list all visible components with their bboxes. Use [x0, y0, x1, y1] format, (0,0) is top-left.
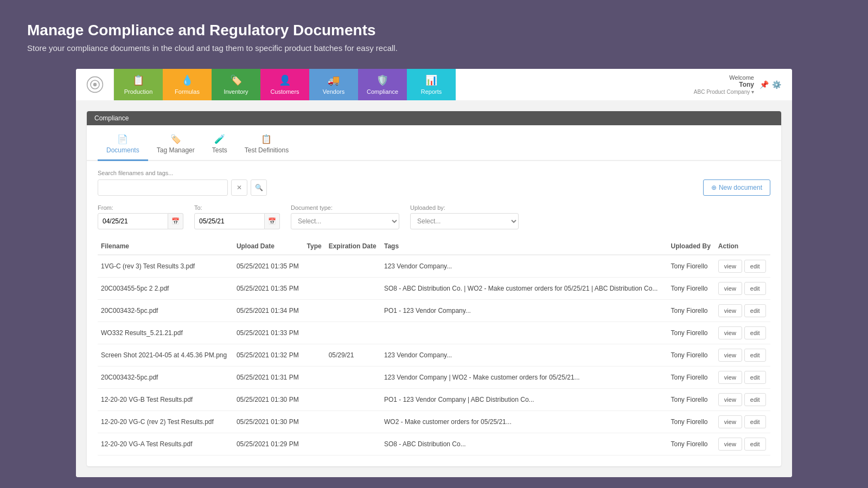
view-button[interactable]: view: [718, 438, 742, 451]
edit-button[interactable]: edit: [744, 415, 766, 428]
cell-tags: 123 Vendor Company | WO2 - Make customer…: [381, 367, 668, 389]
tab-tag-manager-icon: 🏷️: [170, 134, 181, 144]
tab-documents[interactable]: 📄 Documents: [98, 131, 148, 161]
to-input-wrap: 📅: [194, 213, 280, 229]
to-calendar-button[interactable]: 📅: [265, 213, 280, 229]
search-label: Search filenames and tags...: [98, 170, 770, 176]
edit-button[interactable]: edit: [744, 304, 766, 317]
table-row: 20C003432-5pc.pdf 05/25/2021 01:34 PM PO…: [98, 300, 770, 322]
cell-tags: SO8 - ABC Distribution Co...: [381, 433, 668, 455]
nav-item-vendors[interactable]: 🚚 Vendors: [309, 69, 358, 100]
nav-item-customers[interactable]: 👤 Customers: [260, 69, 309, 100]
new-doc-label: New document: [719, 184, 762, 191]
cell-uploaded-by: Tony Fiorello: [668, 300, 715, 322]
from-calendar-button[interactable]: 📅: [168, 213, 183, 229]
edit-button[interactable]: edit: [744, 438, 766, 451]
filter-row: From: 📅 To: 📅 Docume: [98, 204, 770, 229]
cell-expiration-date: [326, 278, 381, 300]
edit-button[interactable]: edit: [744, 349, 766, 362]
search-button[interactable]: 🔍: [251, 179, 267, 196]
cell-action: view edit: [715, 411, 770, 433]
view-button[interactable]: view: [718, 260, 742, 273]
search-row: ✕ 🔍 ⊕ New document: [98, 179, 770, 196]
nav-item-compliance[interactable]: 🛡️ Compliance: [358, 69, 407, 100]
cell-filename: 12-20-20 VG-B Test Results.pdf: [98, 389, 233, 411]
cell-filename: 20C003455-5pc 2 2.pdf: [98, 278, 233, 300]
nav-label-compliance: Compliance: [367, 88, 398, 95]
from-date-input[interactable]: [98, 213, 168, 229]
cell-action: view edit: [715, 278, 770, 300]
inventory-icon: 🏷️: [230, 74, 242, 86]
edit-button[interactable]: edit: [744, 260, 766, 273]
edit-button[interactable]: edit: [744, 326, 766, 339]
settings-icon[interactable]: ⚙️: [772, 80, 781, 89]
view-button[interactable]: view: [718, 415, 742, 428]
top-nav: 📋 Production 💧 Formulas 🏷️ Inventory 👤 C…: [76, 69, 792, 100]
cell-expiration-date: [326, 367, 381, 389]
col-expiration-date: Expiration Date: [326, 238, 381, 255]
view-button[interactable]: view: [718, 304, 742, 317]
cell-type: [304, 411, 326, 433]
cell-type: [304, 278, 326, 300]
page-title: Manage Compliance and Regulatory Documen…: [27, 22, 841, 39]
production-icon: 📋: [132, 74, 144, 86]
nav-logo: [76, 69, 114, 100]
clear-search-button[interactable]: ✕: [231, 179, 247, 196]
cell-tags: [381, 322, 668, 344]
col-uploaded-by: Uploaded By: [668, 238, 715, 255]
tab-documents-icon: 📄: [117, 134, 128, 144]
cell-uploaded-by: Tony Fiorello: [668, 344, 715, 367]
search-input[interactable]: [98, 179, 228, 196]
cell-filename: 20C003432-5pc.pdf: [98, 300, 233, 322]
cell-upload-date: 05/25/2021 01:33 PM: [233, 322, 304, 344]
table-header-row: Filename Upload Date Type Expiration Dat…: [98, 238, 770, 255]
view-button[interactable]: view: [718, 349, 742, 362]
compliance-icon: 🛡️: [376, 74, 388, 86]
to-date-input[interactable]: [194, 213, 265, 229]
table-row: 12-20-20 VG-A Test Results.pdf 05/25/202…: [98, 433, 770, 455]
table-row: 12-20-20 VG-B Test Results.pdf 05/25/202…: [98, 389, 770, 411]
nav-item-reports[interactable]: 📊 Reports: [407, 69, 456, 100]
cell-filename: 12-20-20 VG-C (rev 2) Test Results.pdf: [98, 411, 233, 433]
nav-item-production[interactable]: 📋 Production: [114, 69, 163, 100]
new-document-button[interactable]: ⊕ New document: [703, 179, 770, 196]
table-row: WO332 Results_5.21.21.pdf 05/25/2021 01:…: [98, 322, 770, 344]
nav-label-reports: Reports: [421, 88, 442, 95]
filter-uploaded-by: Uploaded by: Select...: [410, 204, 519, 229]
uploaded-by-label: Uploaded by:: [410, 204, 519, 211]
tab-test-definitions-icon: 📋: [261, 134, 272, 144]
cell-uploaded-by: Tony Fiorello: [668, 367, 715, 389]
cell-uploaded-by: Tony Fiorello: [668, 278, 715, 300]
edit-button[interactable]: edit: [744, 393, 766, 406]
cell-uploaded-by: Tony Fiorello: [668, 389, 715, 411]
doc-type-select[interactable]: Select...: [291, 213, 399, 229]
tab-tag-manager[interactable]: 🏷️ Tag Manager: [148, 131, 203, 161]
tab-tests[interactable]: 🧪 Tests: [203, 131, 236, 161]
uploaded-by-select[interactable]: Select...: [410, 213, 519, 229]
nav-welcome: Welcome Tony ABC Product Company ▾: [694, 74, 754, 95]
documents-table: Filename Upload Date Type Expiration Dat…: [98, 238, 770, 455]
cell-type: [304, 322, 326, 344]
pin-icon[interactable]: 📌: [760, 80, 769, 89]
page-subtitle: Store your compliance documents in the c…: [27, 43, 841, 53]
nav-user: Welcome Tony ABC Product Company ▾ 📌 ⚙️: [683, 69, 792, 100]
tabs: 📄 Documents 🏷️ Tag Manager 🧪 Tests 📋 Tes…: [87, 125, 781, 161]
cell-tags: PO1 - 123 Vendor Company | ABC Distribut…: [381, 389, 668, 411]
compliance-section-title: Compliance: [94, 114, 129, 122]
edit-button[interactable]: edit: [744, 282, 766, 295]
cell-filename: 12-20-20 VG-A Test Results.pdf: [98, 433, 233, 455]
view-button[interactable]: view: [718, 282, 742, 295]
tab-test-definitions[interactable]: 📋 Test Definitions: [236, 131, 297, 161]
view-button[interactable]: view: [718, 371, 742, 384]
cell-uploaded-by: Tony Fiorello: [668, 322, 715, 344]
nav-label-production: Production: [124, 88, 153, 95]
cell-filename: 20C003432-5pc.pdf: [98, 367, 233, 389]
view-button[interactable]: view: [718, 326, 742, 339]
filter-from: From: 📅: [98, 204, 183, 229]
nav-item-inventory[interactable]: 🏷️ Inventory: [212, 69, 260, 100]
cell-type: [304, 389, 326, 411]
view-button[interactable]: view: [718, 393, 742, 406]
cell-filename: 1VG-C (rev 3) Test Results 3.pdf: [98, 255, 233, 278]
nav-item-formulas[interactable]: 💧 Formulas: [163, 69, 212, 100]
edit-button[interactable]: edit: [744, 371, 766, 384]
